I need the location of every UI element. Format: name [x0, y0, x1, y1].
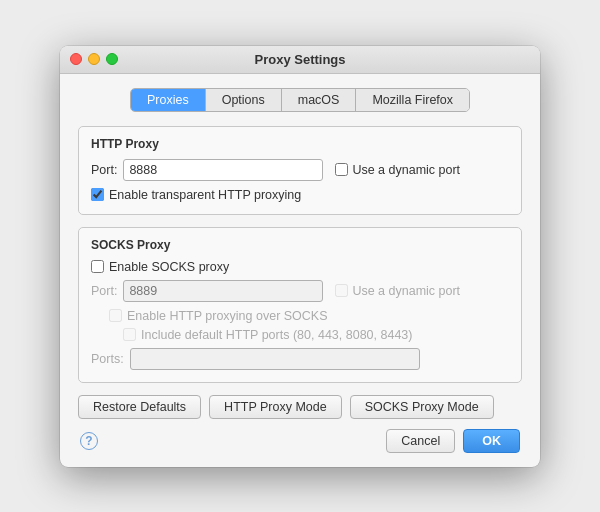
socks-proxy-section: SOCKS Proxy Enable SOCKS proxy Port: Use… [78, 227, 522, 383]
socks-dynamic-port-row: Use a dynamic port [335, 284, 460, 298]
tab-options[interactable]: Options [206, 89, 282, 111]
main-content: Proxies Options macOS Mozilla Firefox HT… [60, 74, 540, 467]
tab-macos[interactable]: macOS [282, 89, 357, 111]
maximize-button[interactable] [106, 53, 118, 65]
transparent-proxy-row: Enable transparent HTTP proxying [91, 188, 509, 202]
socks-ports-label: Ports: [91, 352, 124, 366]
restore-defaults-button[interactable]: Restore Defaults [78, 395, 201, 419]
include-ports-row: Include default HTTP ports (80, 443, 808… [91, 328, 509, 342]
tab-group: Proxies Options macOS Mozilla Firefox [130, 88, 470, 112]
traffic-lights [70, 53, 118, 65]
socks-port-label: Port: [91, 284, 117, 298]
http-proxy-section: HTTP Proxy Port: Use a dynamic port Enab… [78, 126, 522, 215]
cancel-button[interactable]: Cancel [386, 429, 455, 453]
http-dynamic-port-label: Use a dynamic port [352, 163, 460, 177]
include-ports-label: Include default HTTP ports (80, 443, 808… [141, 328, 412, 342]
left-buttons: Restore Defaults HTTP Proxy Mode SOCKS P… [78, 395, 494, 419]
socks-dynamic-port-label: Use a dynamic port [352, 284, 460, 298]
tab-proxies[interactable]: Proxies [131, 89, 206, 111]
socks-ports-input[interactable] [130, 348, 420, 370]
http-over-socks-label: Enable HTTP proxying over SOCKS [127, 309, 328, 323]
close-button[interactable] [70, 53, 82, 65]
window-title: Proxy Settings [254, 52, 345, 67]
transparent-proxy-checkbox[interactable] [91, 188, 104, 201]
http-proxy-mode-button[interactable]: HTTP Proxy Mode [209, 395, 342, 419]
transparent-proxy-label: Enable transparent HTTP proxying [109, 188, 301, 202]
http-port-row: Port: Use a dynamic port [91, 159, 509, 181]
ok-button[interactable]: OK [463, 429, 520, 453]
help-button[interactable]: ? [80, 432, 98, 450]
proxy-settings-window: Proxy Settings Proxies Options macOS Moz… [60, 46, 540, 467]
http-dynamic-port-row: Use a dynamic port [335, 163, 460, 177]
tab-bar: Proxies Options macOS Mozilla Firefox [78, 88, 522, 112]
titlebar: Proxy Settings [60, 46, 540, 74]
http-proxy-label: HTTP Proxy [91, 137, 509, 151]
socks-proxy-mode-button[interactable]: SOCKS Proxy Mode [350, 395, 494, 419]
socks-port-input[interactable] [123, 280, 323, 302]
enable-socks-label: Enable SOCKS proxy [109, 260, 229, 274]
minimize-button[interactable] [88, 53, 100, 65]
right-buttons: Cancel OK [386, 429, 520, 453]
http-dynamic-port-checkbox[interactable] [335, 163, 348, 176]
action-buttons-row: Restore Defaults HTTP Proxy Mode SOCKS P… [78, 395, 522, 419]
tab-firefox[interactable]: Mozilla Firefox [356, 89, 469, 111]
footer-row: ? Cancel OK [78, 429, 522, 453]
http-over-socks-checkbox[interactable] [109, 309, 122, 322]
enable-socks-row: Enable SOCKS proxy [91, 260, 509, 274]
socks-ports-row: Ports: [91, 348, 509, 370]
socks-proxy-label: SOCKS Proxy [91, 238, 509, 252]
http-port-label: Port: [91, 163, 117, 177]
http-over-socks-row: Enable HTTP proxying over SOCKS [91, 309, 509, 323]
http-port-input[interactable] [123, 159, 323, 181]
include-ports-checkbox[interactable] [123, 328, 136, 341]
enable-socks-checkbox[interactable] [91, 260, 104, 273]
socks-dynamic-port-checkbox[interactable] [335, 284, 348, 297]
socks-port-row: Port: Use a dynamic port [91, 280, 509, 302]
